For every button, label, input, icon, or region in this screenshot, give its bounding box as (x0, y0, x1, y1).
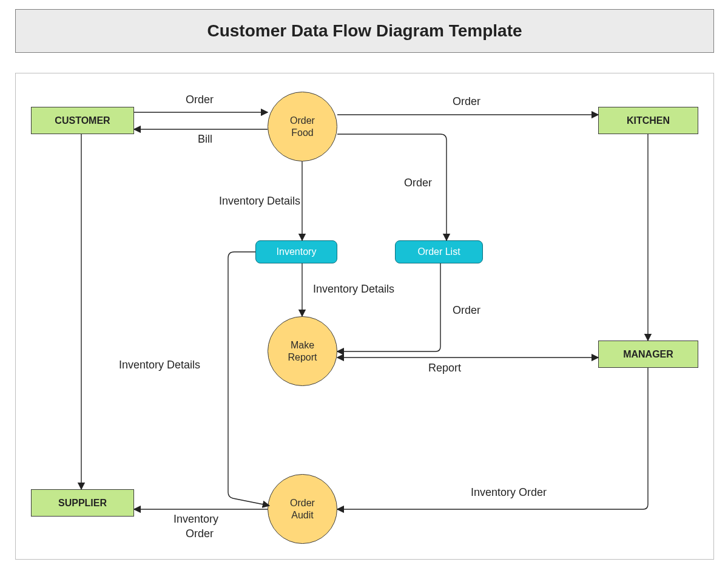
flow-bill: Bill (198, 133, 212, 146)
entity-manager: MANAGER (598, 341, 698, 368)
flow-manager-audit: Inventory Order (471, 486, 547, 499)
process-order-audit: Order Audit (268, 474, 337, 544)
flow-report-manager: Report (428, 362, 461, 375)
entity-supplier: SUPPLIER (31, 489, 134, 517)
diagram-title: Customer Data Flow Diagram Template (15, 9, 714, 53)
flow-orderlist-report: Order (453, 304, 480, 317)
edges-layer (16, 73, 713, 559)
entity-kitchen: KITCHEN (598, 107, 698, 134)
store-inventory: Inventory (255, 240, 337, 263)
flow-order-kitchen: Order (453, 95, 480, 108)
entity-customer: CUSTOMER (31, 107, 134, 134)
flow-audit-supplier-1: Inventory (174, 513, 218, 526)
flow-inv-audit: Inventory Details (119, 359, 200, 371)
diagram-canvas: CUSTOMER KITCHEN MANAGER SUPPLIER Order … (15, 73, 714, 560)
process-make-report: Make Report (268, 316, 337, 386)
process-order-food: Order Food (268, 92, 337, 161)
flow-customer-order: Order (186, 93, 214, 106)
flow-audit-supplier-2: Order (186, 527, 214, 540)
store-order-list: Order List (395, 240, 483, 263)
flow-ofood-inventory: Inventory Details (219, 195, 300, 208)
flow-inv-report: Inventory Details (313, 283, 394, 296)
flow-ofood-orderlist: Order (404, 177, 432, 189)
